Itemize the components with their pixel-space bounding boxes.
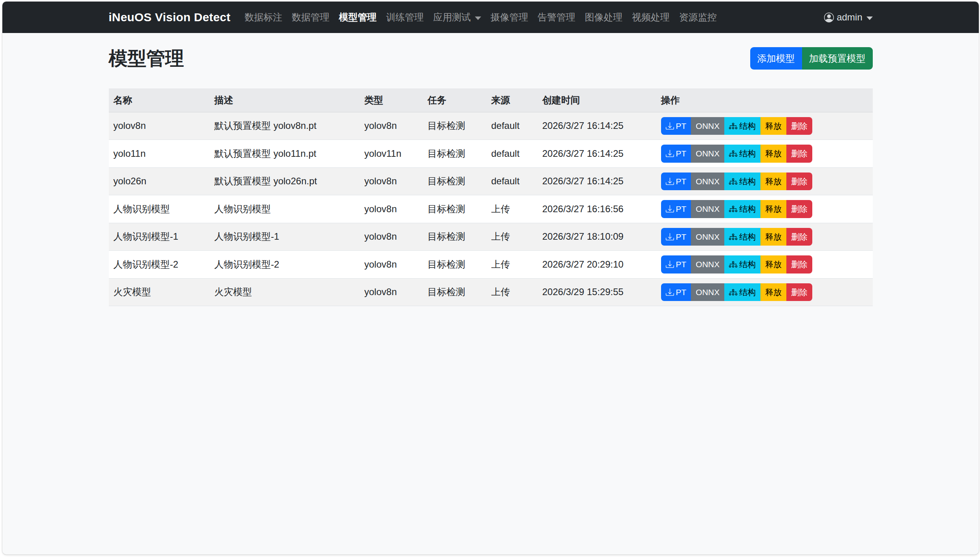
cell-actions: PTONNX结构释放删除 [656,112,873,140]
cell-created: 2026/3/27 20:29:10 [538,251,656,279]
onnx-button[interactable]: ONNX [691,228,724,246]
cell-name: 人物识别模型-1 [109,223,210,251]
delete-button[interactable]: 删除 [786,228,812,246]
release-button[interactable]: 释放 [760,255,786,273]
nav-link-5[interactable]: 应用测试 [429,6,486,28]
user-name: admin [837,12,862,23]
release-button[interactable]: 释放 [760,117,786,135]
nav-link-1[interactable]: 数据标注 [240,6,287,28]
release-button[interactable]: 释放 [760,228,786,246]
button-label: 删除 [791,120,808,132]
nav-link-4[interactable]: 训练管理 [381,6,429,28]
cell-task: 目标检测 [423,251,487,279]
table-row: 人物识别模型-2人物识别模型-2yolov8n目标检测上传2026/3/27 2… [109,251,873,279]
nav-link-6[interactable]: 摄像管理 [486,6,533,28]
nav-item: 数据管理 [287,6,334,28]
cell-actions: PTONNX结构释放删除 [656,278,873,306]
button-label: PT [676,231,687,243]
button-label: 结构 [739,120,756,132]
download-pt-button[interactable]: PT [661,117,691,135]
nav-link-3[interactable]: 模型管理 [334,6,381,28]
release-button[interactable]: 释放 [760,200,786,218]
download-icon [666,149,674,158]
cell-name: 人物识别模型-2 [109,251,210,279]
diagram-icon [729,288,737,296]
table-row: 人物识别模型人物识别模型yolov8n目标检测上传2026/3/27 16:16… [109,195,873,223]
button-label: 删除 [791,175,808,188]
release-button[interactable]: 释放 [760,145,786,163]
table-row: yolo26n默认预置模型 yolo26n.ptyolov8n目标检测defau… [109,167,873,195]
download-pt-button[interactable]: PT [661,255,691,273]
onnx-button[interactable]: ONNX [691,145,724,163]
release-button[interactable]: 释放 [760,283,786,301]
cell-actions: PTONNX结构释放删除 [656,167,873,195]
structure-button[interactable]: 结构 [724,117,760,135]
brand[interactable]: iNeuOS Vision Detect [109,11,231,24]
structure-button[interactable]: 结构 [724,255,760,273]
onnx-button[interactable]: ONNX [691,173,724,191]
download-pt-button[interactable]: PT [661,173,691,191]
delete-button[interactable]: 删除 [786,200,812,218]
models-table: 名称描述类型任务来源创建时间操作 yolov8n默认预置模型 yolov8n.p… [109,88,873,307]
onnx-button[interactable]: ONNX [691,283,724,301]
cell-source: default [487,167,538,195]
release-button[interactable]: 释放 [760,173,786,191]
load-preset-model-button[interactable]: 加载预置模型 [802,47,873,70]
button-label: 释放 [765,203,782,215]
add-model-button[interactable]: 添加模型 [750,47,802,70]
cell-created: 2026/3/27 16:14:25 [538,140,656,168]
nav-link-7[interactable]: 告警管理 [533,6,580,28]
nav-link-10[interactable]: 资源监控 [674,6,722,28]
chevron-down-icon [475,17,481,20]
structure-button[interactable]: 结构 [724,200,760,218]
diagram-icon [729,149,737,158]
download-pt-button[interactable]: PT [661,228,691,246]
structure-button[interactable]: 结构 [724,283,760,301]
onnx-button[interactable]: ONNX [691,117,724,135]
diagram-icon [729,233,737,241]
structure-button[interactable]: 结构 [724,228,760,246]
structure-button[interactable]: 结构 [724,173,760,191]
button-label: PT [676,147,687,160]
table-header: 名称描述类型任务来源创建时间操作 [109,88,873,112]
delete-button[interactable]: 删除 [786,255,812,273]
nav-item: 摄像管理 [486,6,533,28]
nav-link-9[interactable]: 视频处理 [627,6,674,28]
user-menu[interactable]: admin [824,12,872,23]
onnx-button[interactable]: ONNX [691,255,724,273]
download-icon [666,260,674,268]
row-action-group: PTONNX结构释放删除 [661,228,868,246]
button-label: PT [676,203,687,215]
delete-button[interactable]: 删除 [786,145,812,163]
download-pt-button[interactable]: PT [661,283,691,301]
cell-description: 人物识别模型 [210,195,360,223]
button-label: 释放 [765,175,782,188]
diagram-icon [729,177,737,185]
page-title: 模型管理 [109,47,184,70]
cell-name: yolo11n [109,140,210,168]
button-label: 结构 [739,286,756,299]
row-action-group: PTONNX结构释放删除 [661,255,868,273]
delete-button[interactable]: 删除 [786,283,812,301]
cell-type: yolov8n [360,278,423,306]
delete-button[interactable]: 删除 [786,117,812,135]
row-action-group: PTONNX结构释放删除 [661,145,868,163]
column-header: 创建时间 [538,88,656,112]
nav-link-8[interactable]: 图像处理 [580,6,627,28]
cell-actions: PTONNX结构释放删除 [656,251,873,279]
delete-button[interactable]: 删除 [786,173,812,191]
onnx-button[interactable]: ONNX [691,200,724,218]
cell-task: 目标检测 [423,195,487,223]
button-label: 结构 [739,203,756,215]
cell-description: 人物识别模型-2 [210,251,360,279]
column-header: 类型 [360,88,423,112]
nav-link-2[interactable]: 数据管理 [287,6,334,28]
button-label: ONNX [696,231,720,243]
download-pt-button[interactable]: PT [661,200,691,218]
structure-button[interactable]: 结构 [724,145,760,163]
person-circle-icon [824,13,834,22]
download-pt-button[interactable]: PT [661,145,691,163]
cell-type: yolov8n [360,251,423,279]
diagram-icon [729,260,737,268]
cell-description: 默认预置模型 yolo26n.pt [210,167,360,195]
